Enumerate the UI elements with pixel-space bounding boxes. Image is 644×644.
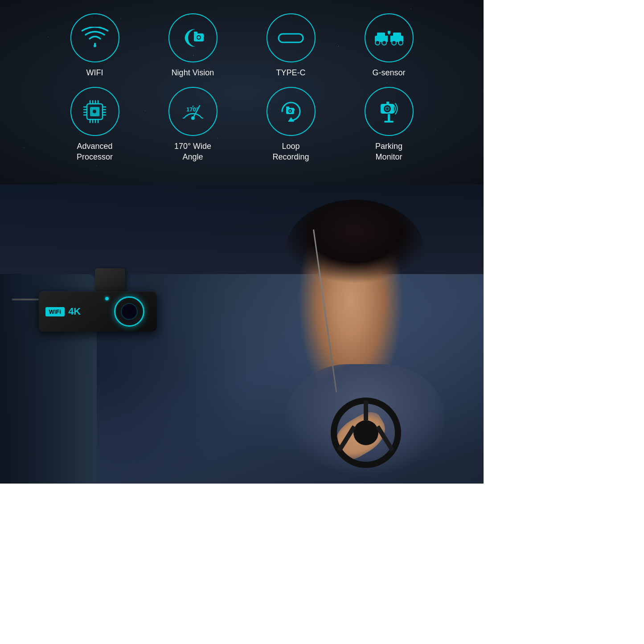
svg-rect-4	[202, 35, 204, 37]
dashcam-lens	[114, 296, 144, 327]
features-section: WIFI Night Vision	[0, 0, 484, 185]
svg-point-40	[191, 116, 195, 120]
feature-circle-night-vision	[168, 13, 217, 62]
feature-label-night-vision: Night Vision	[172, 68, 214, 78]
svg-rect-8	[377, 33, 385, 37]
parking-monitor-icon	[374, 97, 403, 126]
svg-rect-50	[286, 107, 289, 108]
dashcam-lens-inner	[121, 303, 138, 320]
features-row-2: AdvancedProcessor	[9, 87, 475, 162]
svg-rect-12	[393, 33, 401, 37]
page-wrapper: WIFI Night Vision	[0, 0, 484, 484]
feature-circle-wifi	[70, 13, 119, 62]
svg-point-48	[289, 110, 291, 112]
feature-circle-processor	[70, 87, 119, 136]
svg-point-56	[386, 107, 389, 110]
features-row-1: WIFI Night Vision	[9, 13, 475, 78]
svg-point-0	[94, 45, 96, 47]
feature-circle-wide-angle: 170°	[168, 87, 217, 136]
driver-area	[169, 185, 459, 484]
svg-point-13	[392, 41, 396, 45]
feature-circle-loop-recording	[267, 87, 316, 136]
feature-circle-g-sensor	[365, 13, 414, 62]
dashcam-body: WiFi 4K	[39, 291, 157, 332]
svg-rect-5	[194, 32, 197, 34]
feature-label-g-sensor: G-sensor	[372, 68, 405, 78]
svg-text:170°: 170°	[186, 106, 198, 113]
svg-rect-52	[384, 121, 394, 123]
feature-night-vision: Night Vision	[153, 13, 233, 78]
svg-point-14	[398, 41, 403, 45]
led-indicator	[105, 297, 109, 300]
svg-point-9	[375, 41, 380, 45]
driver-hair	[285, 200, 424, 304]
feature-wifi: WIFI	[55, 13, 135, 78]
feature-loop-recording: LoopRecording	[251, 87, 331, 162]
feature-label-loop-recording: LoopRecording	[272, 141, 309, 162]
type-c-icon	[276, 30, 305, 46]
svg-rect-6	[279, 34, 303, 42]
feature-label-processor: AdvancedProcessor	[77, 141, 113, 162]
feature-label-wifi: WIFI	[86, 68, 103, 78]
feature-processor: AdvancedProcessor	[55, 87, 135, 162]
feature-label-type-c: TYPE-C	[276, 68, 305, 78]
steering-wheel-container	[330, 397, 402, 468]
svg-point-3	[197, 36, 200, 39]
loop-recording-icon	[275, 97, 307, 126]
wifi-badge: WiFi	[45, 307, 65, 316]
wide-angle-icon: 170°	[177, 96, 209, 127]
feature-circle-parking-monitor	[365, 87, 414, 136]
dashcam-mount	[95, 268, 125, 291]
cable-wire	[12, 299, 41, 300]
wifi-icon	[82, 27, 108, 49]
svg-point-59	[353, 420, 378, 445]
night-vision-icon	[178, 25, 207, 51]
svg-rect-49	[292, 109, 295, 111]
feature-label-parking-monitor: ParkingMonitor	[375, 141, 402, 162]
feature-wide-angle: 170° 170° WideAngle	[153, 87, 233, 162]
svg-line-62	[377, 427, 393, 451]
feature-label-wide-angle: 170° WideAngle	[174, 141, 211, 162]
dashcam-device: WiFi 4K	[39, 268, 157, 332]
svg-line-61	[339, 427, 354, 451]
feature-type-c: TYPE-C	[251, 13, 331, 78]
steering-wheel-svg	[330, 397, 402, 468]
feature-g-sensor: G-sensor	[349, 13, 429, 78]
car-section: WiFi 4K	[0, 185, 484, 484]
feature-circle-type-c	[267, 13, 316, 62]
svg-point-10	[382, 41, 386, 45]
processor-icon	[80, 97, 109, 126]
svg-rect-57	[386, 102, 389, 105]
resolution-badge: 4K	[68, 306, 81, 317]
svg-point-38	[93, 110, 96, 113]
g-sensor-icon	[373, 25, 405, 51]
dashcam-labels: WiFi 4K	[45, 306, 81, 317]
feature-parking-monitor: ParkingMonitor	[349, 87, 429, 162]
